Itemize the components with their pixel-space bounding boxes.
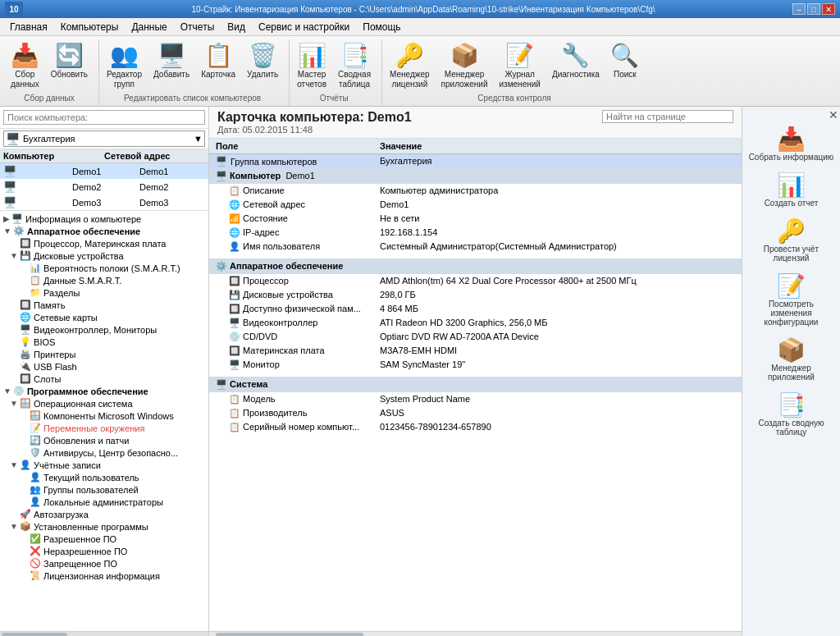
computer-list-header: Компьютер Сетевой адрес <box>0 149 208 163</box>
computer-row-demo2[interactable]: 🖥️ Demo2 Demo2 <box>0 179 208 194</box>
table-row-motherboard[interactable]: 🔲 Материнская плата M3A78-EMH HDMI <box>209 344 742 358</box>
tree-item-usb[interactable]: 🔌 USB Flash <box>2 360 207 373</box>
table-row-username[interactable]: 👤 Имя пользователя Системный Администрат… <box>209 240 742 254</box>
tree-item-partitions[interactable]: 📁 Разделы <box>2 286 207 299</box>
tree-item-disks[interactable]: ▼ 💾 Дисковые устройства <box>2 249 207 262</box>
tree-item-hardware[interactable]: ▼ ⚙️ Аппаратное обеспечение <box>2 225 207 237</box>
right-btn-license-audit[interactable]: 🔑 Провести учёт лицензий <box>746 213 837 267</box>
diagnostics-icon: 🔧 <box>563 42 589 68</box>
tree-item-current-user[interactable]: 👤 Текущий пользователь <box>2 471 207 483</box>
expand-hardware[interactable]: ▼ <box>3 226 11 236</box>
ribbon-btn-delete[interactable]: 🗑️ Удалить <box>243 39 282 92</box>
ribbon-btn-group-editor[interactable]: 👥 Редакторгрупп <box>103 39 146 92</box>
tree-item-updates[interactable]: 🔄 Обновления и патчи <box>2 434 207 446</box>
tree-item-accounts[interactable]: ▼ 👤 Учётные записи <box>2 459 207 471</box>
table-row-video-ctrl[interactable]: 🖥️ Видеоконтроллер ATI Radeon HD 3200 Gr… <box>209 316 742 330</box>
table-row-description[interactable]: 📋 Описание Компьютер администратора <box>209 184 742 198</box>
tree-item-allowed-sw[interactable]: ✅ Разрешенное ПО <box>2 533 207 545</box>
computer-list: Компьютер Сетевой адрес 🖥️ Demo1 Demo1 🖥… <box>0 149 208 211</box>
tree-item-memory[interactable]: 🔲 Память <box>2 299 207 311</box>
menu-help[interactable]: Помощь <box>356 20 407 34</box>
ribbon-btn-refresh[interactable]: 🔄 Обновить <box>47 39 92 92</box>
menu-data[interactable]: Данные <box>125 20 173 34</box>
tree-item-installed-programs[interactable]: ▼ 📦 Установленные программы <box>2 520 207 533</box>
right-btn-view-changes[interactable]: 📝 Посмотреть изменения конфигурации <box>746 268 837 331</box>
maximize-button[interactable]: □ <box>807 3 820 15</box>
expand-computer-info[interactable]: ▶ <box>3 214 10 223</box>
expand-disks[interactable]: ▼ <box>10 251 18 260</box>
right-btn-collect-info[interactable]: 📥 Собрать информацию <box>746 121 837 166</box>
tree-item-license-info[interactable]: 📜 Лицензионная информация <box>2 570 207 582</box>
computer-row-demo1[interactable]: 🖥️ Demo1 Demo1 <box>0 163 208 179</box>
expand-software[interactable]: ▼ <box>3 387 11 396</box>
ribbon-btn-add[interactable]: 🖥️ Добавить <box>149 39 194 92</box>
ribbon-btn-diagnostics[interactable]: 🔧 Диагностика <box>548 39 604 92</box>
close-button[interactable]: ✕ <box>822 3 835 15</box>
menu-reports[interactable]: Отчеты <box>174 20 221 34</box>
right-btn-create-report[interactable]: 📊 Создать отчет <box>746 167 837 212</box>
tree-item-antivirus[interactable]: 🛡️ Антивирусы, Центр безопасно... <box>2 446 207 459</box>
dept-select[interactable]: 🖥️ Бухгалтерия ▼ <box>3 130 205 147</box>
tree-item-os[interactable]: ▼ 🪟 Операционная система <box>2 397 207 410</box>
tree-item-smart-risk[interactable]: 📊 Вероятность полоки (S.M.A.R.T.) <box>2 262 207 274</box>
table-row-cddvd[interactable]: 💿 CD/DVD Optiarc DVD RW AD-7200A ATA Dev… <box>209 330 742 344</box>
ribbon-btn-change-log[interactable]: 📝 Журнализменений <box>495 39 545 92</box>
ribbon-btn-card[interactable]: 📋 Карточка <box>197 39 240 92</box>
table-row-net-address[interactable]: 🌐 Сетевой адрес Demo1 <box>209 198 742 212</box>
tree-item-smart-data[interactable]: 📋 Данные S.M.A.R.T. <box>2 274 207 286</box>
tree-item-slots[interactable]: 🔲 Слоты <box>2 373 207 385</box>
tree-item-computer-info[interactable]: ▶ 🖥️ Информация о компьютере <box>2 213 207 225</box>
ribbon-btn-collect[interactable]: 📥 Сборданных <box>7 39 43 92</box>
table-row-ip[interactable]: 🌐 IP-адрес 192.168.1.154 <box>209 226 742 240</box>
tree-item-network-cards[interactable]: 🌐 Сетевые карты <box>2 311 207 323</box>
ribbon-btn-app-mgr[interactable]: 📦 Менеджерприложений <box>437 39 492 92</box>
tree-item-user-groups[interactable]: 👥 Группы пользователей <box>2 483 207 496</box>
tree-item-software[interactable]: ▼ 💿 Программное обеспечение <box>2 385 207 397</box>
content-area: Карточка компьютера: Demo1 Дата: 05.02.2… <box>209 107 742 636</box>
close-right-panel[interactable]: ✕ <box>829 108 838 121</box>
col-value: Значение <box>373 139 742 154</box>
tree-item-forbidden-sw[interactable]: 🚫 Запрещенное ПО <box>2 557 207 570</box>
computer-row-demo3[interactable]: 🖥️ Demo3 Demo3 <box>0 194 208 210</box>
table-row-ram[interactable]: 🔲 Доступно физической пам... 4 864 МБ <box>209 302 742 316</box>
computer-addr-demo1: Demo1 <box>139 167 205 176</box>
minimize-button[interactable]: – <box>792 3 806 15</box>
ribbon-btn-license-mgr[interactable]: 🔑 Менеджерлицензий <box>386 39 434 92</box>
delete-icon: 🗑️ <box>249 42 276 68</box>
tree-item-cpu[interactable]: 🔲 Процессор, Материнская плата <box>2 237 207 249</box>
table-row-model[interactable]: 📋 Модель System Product Name <box>209 392 742 406</box>
tree-item-printers[interactable]: 🖨️ Принтеры <box>2 348 207 360</box>
tree-item-bios[interactable]: 💡 BIOS <box>2 336 207 348</box>
table-row-processor[interactable]: 🔲 Процессор AMD Athlon(tm) 64 X2 Dual Co… <box>209 274 742 288</box>
ribbon-btn-report-wizard[interactable]: 📊 Мастеротчетов <box>293 39 331 92</box>
right-btn-app-manager[interactable]: 📦 Менеджер приложений <box>746 332 837 386</box>
tree-item-video[interactable]: 🖥️ Видеоконтроллер, Мониторы <box>2 323 207 336</box>
tree-item-unlicensed-sw[interactable]: ❌ Неразрешенное ПО <box>2 545 207 557</box>
expand-os[interactable]: ▼ <box>10 399 18 408</box>
tree-icon-software: 💿 <box>13 386 25 396</box>
expand-accounts[interactable]: ▼ <box>10 460 18 469</box>
search-on-page-input[interactable] <box>602 110 733 123</box>
ribbon-group-collect: 📥 Сборданных 🔄 Обновить Сбор данных <box>3 39 99 106</box>
search-input[interactable] <box>3 110 205 125</box>
menu-settings[interactable]: Сервис и настройки <box>252 20 356 34</box>
ribbon-btn-summary-table[interactable]: 📑 Своднаятаблица <box>334 39 375 92</box>
table-row-serial[interactable]: 📋 Серийный номер компьют... 0123456-7890… <box>209 420 742 434</box>
ribbon-btn-delete-label: Удалить <box>247 70 278 80</box>
right-btn-create-summary[interactable]: 📑 Создать сводную таблицу <box>746 387 837 441</box>
menu-view[interactable]: Вид <box>221 20 252 34</box>
tree-item-ms-components[interactable]: 🪟 Компоненты Microsoft Windows <box>2 410 207 422</box>
expand-installed-programs[interactable]: ▼ <box>10 522 18 531</box>
table-row-group[interactable]: 🖥️Группа компьютеров Бухгалтерия <box>209 154 742 169</box>
tree-item-autostart[interactable]: 🚀 Автозагрузка <box>2 508 207 520</box>
table-row-state[interactable]: 📶 Состояние Не в сети <box>209 212 742 226</box>
table-row-monitor[interactable]: 🖥️ Монитор SAM SyncMaster 19'' <box>209 358 742 372</box>
menu-home[interactable]: Главная <box>3 20 54 34</box>
tree-item-local-admins[interactable]: 👤 Локальные администраторы <box>2 496 207 508</box>
tree-item-env-vars[interactable]: 📝 Переменные окружения <box>2 422 207 434</box>
menu-computers[interactable]: Компьютеры <box>54 20 126 34</box>
table-row-manufacturer[interactable]: 📋 Производитель ASUS <box>209 406 742 420</box>
ribbon-btn-search[interactable]: 🔍 Поиск <box>607 39 643 92</box>
table-row-disk-devices[interactable]: 💾 Дисковые устройства 298,0 ГБ <box>209 288 742 302</box>
group-editor-icon: 👥 <box>111 42 137 68</box>
